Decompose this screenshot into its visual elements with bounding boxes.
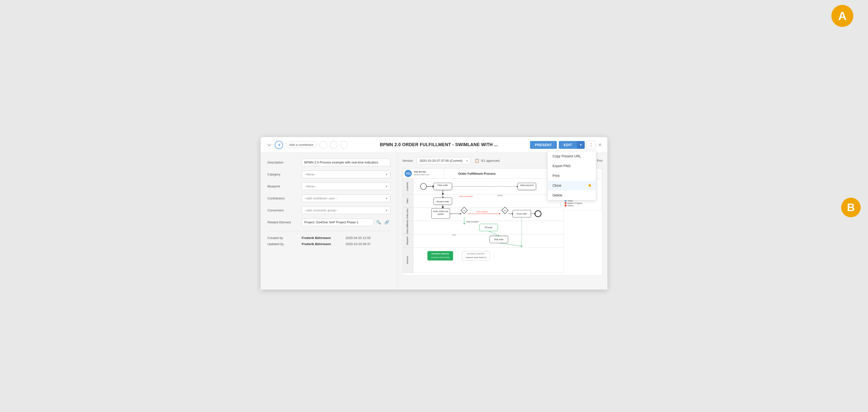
- main-modal: Add a contributor BPMN 2.0 ORDER FULFILL…: [260, 137, 608, 290]
- svg-point-57: [535, 211, 541, 217]
- present-button[interactable]: PRESENT: [530, 141, 557, 149]
- related-element-row: Related Element 🔍 🔗: [268, 218, 390, 226]
- version-label: Version: [402, 159, 413, 163]
- svg-text:Order Fulfillment Process: Order Fulfillment Process: [458, 172, 496, 175]
- category-select[interactable]: --None--: [302, 171, 390, 178]
- related-element-input[interactable]: [302, 218, 374, 226]
- svg-text:Customer: Customer: [406, 182, 409, 191]
- search-icon[interactable]: 🔍: [375, 219, 382, 226]
- svg-point-89: [564, 205, 566, 206]
- modal-header: Add a contributor BPMN 2.0 ORDER FULFILL…: [260, 137, 608, 153]
- svg-text:YD1: YD1: [406, 172, 410, 175]
- svg-text:Young Unique Loud: Young Unique Loud: [414, 174, 429, 176]
- clone-active-dot: [589, 184, 591, 187]
- svg-text:Order fulfillment: Order fulfillment: [406, 220, 409, 234]
- updated-by-name: Frederik Bührmann: [302, 242, 346, 246]
- edit-button[interactable]: EDIT: [559, 141, 577, 149]
- dropdown-item-copy-url[interactable]: Copy Present URL: [548, 151, 596, 161]
- edit-button-group: EDIT ▼: [559, 141, 585, 149]
- circle-btn-2[interactable]: [330, 141, 338, 149]
- contributors-label: Contributors: [268, 197, 302, 200]
- svg-text:Retired: Retired: [567, 205, 574, 207]
- created-by-label: Created by: [268, 236, 302, 240]
- svg-text:Receive order: Receive order: [436, 200, 449, 203]
- svg-text:Sales: Sales: [406, 199, 409, 204]
- svg-text:×: ×: [504, 209, 506, 212]
- svg-text:Shipment: Shipment: [406, 236, 409, 245]
- description-field: [302, 158, 390, 166]
- contributors-select[interactable]: --add contributor user--: [302, 195, 390, 202]
- svg-text:Customer Order Portal: Customer Order Portal: [431, 256, 450, 259]
- svg-point-87: [564, 202, 566, 204]
- contributors-row: Contributors --add contributor user--: [268, 195, 390, 202]
- svg-text:Services: Services: [406, 256, 409, 264]
- blueprint-select[interactable]: --None--: [302, 182, 390, 190]
- description-row: Description: [268, 158, 390, 166]
- svg-text:Fill order: Fill order: [485, 226, 493, 229]
- created-by-date: 2020-04-20 12:55: [346, 236, 371, 240]
- divider: [268, 231, 390, 231]
- consumers-field: --add consumer group--: [302, 206, 390, 214]
- privacy-text: Priv: [597, 159, 602, 163]
- category-row: Category --None--: [268, 171, 390, 178]
- blueprint-label: Blueprint: [268, 184, 302, 188]
- avatar-a: A: [831, 5, 854, 27]
- created-by-name: Frederik Bührmann: [302, 236, 346, 240]
- header-actions: PRESENT EDIT ▼ ⋮ Copy Present URL Export…: [530, 141, 601, 149]
- navigate-icon[interactable]: [275, 141, 283, 149]
- blueprint-field: --None--: [302, 182, 390, 190]
- version-select[interactable]: 2020-10-20 07:37:00 (Current): [417, 157, 471, 164]
- svg-text:Order entry: Order entry: [406, 208, 409, 219]
- svg-text:Order rejected: Order rejected: [476, 211, 488, 213]
- svg-text:Make payment: Make payment: [520, 184, 534, 186]
- svg-text:Enter orders into: Enter orders into: [433, 210, 448, 213]
- dropdown-item-print[interactable]: Print: [548, 171, 596, 181]
- svg-text:Place order: Place order: [438, 184, 448, 186]
- svg-rect-27: [413, 234, 563, 247]
- svg-text:system: system: [437, 213, 444, 215]
- avatar-b: B: [841, 198, 861, 217]
- page-title: BPMN 2.0 ORDER FULFILLMENT - SWIMLANE WI…: [351, 142, 527, 147]
- chevron-down-icon[interactable]: [267, 142, 272, 148]
- dropdown-item-delete[interactable]: Delete: [548, 190, 596, 200]
- header-left: Add a contributor: [267, 141, 348, 149]
- category-label: Category: [268, 173, 302, 176]
- description-input[interactable]: [302, 158, 390, 166]
- related-element-field: 🔍 🔗: [302, 218, 390, 226]
- blueprint-row: Blueprint --None--: [268, 182, 390, 190]
- svg-text:Ship order: Ship order: [494, 238, 504, 241]
- circle-btn-3[interactable]: [340, 141, 348, 149]
- svg-text:Close order: Close order: [517, 213, 527, 215]
- updated-by-label: Updated by: [268, 242, 302, 246]
- svg-text:YUL D1 Inc.: YUL D1 Inc.: [414, 171, 427, 173]
- approval-badge: 📋 0/1 approved: [474, 158, 499, 163]
- dropdown-item-export-png[interactable]: Export PNG: [548, 161, 596, 171]
- related-element-label: Related Element: [268, 220, 302, 224]
- category-field: --None--: [302, 171, 390, 178]
- consumers-select[interactable]: --add consumer group--: [302, 206, 390, 214]
- add-contributor-button[interactable]: Add a contributor: [285, 142, 317, 148]
- updated-by-date: 2020-10-20 08:37: [346, 242, 371, 246]
- svg-text:×: ×: [463, 209, 465, 212]
- close-button[interactable]: ×: [598, 142, 601, 148]
- dropdown-menu: Copy Present URL Export PNG Print Clone …: [547, 151, 596, 200]
- approval-icon: 📋: [474, 158, 479, 163]
- updated-by-row: Updated by Frederik Bührmann 2020-10-20 …: [268, 242, 390, 246]
- svg-text:Order incomplete: Order incomplete: [459, 195, 473, 198]
- edit-dropdown-button[interactable]: ▼: [577, 141, 585, 149]
- contributors-field: --add contributor user--: [302, 195, 390, 202]
- created-by-row: Created by Frederik Bührmann 2020-04-20 …: [268, 236, 390, 240]
- svg-text:Customer Order Portal 2.0: Customer Order Portal 2.0: [466, 256, 487, 259]
- external-link-icon[interactable]: 🔗: [383, 219, 390, 226]
- svg-text:BUSINESS SERVICE: BUSINESS SERVICE: [432, 253, 449, 255]
- description-label: Description: [268, 160, 302, 164]
- approval-text: 0/1 approved: [481, 159, 499, 163]
- svg-text:Uses: Uses: [452, 234, 456, 236]
- svg-text:Goods: Goods: [497, 194, 503, 197]
- more-options-button[interactable]: ⋮ Copy Present URL Export PNG Print Clon…: [587, 141, 595, 149]
- consumers-row: Consumers --add consumer group--: [268, 206, 390, 214]
- dropdown-item-clone[interactable]: Clone: [548, 181, 596, 190]
- circle-btn-1[interactable]: [319, 141, 327, 149]
- svg-text:BUSINESS SERVICE: BUSINESS SERVICE: [467, 253, 485, 255]
- svg-text:Order accepted: Order accepted: [466, 220, 478, 223]
